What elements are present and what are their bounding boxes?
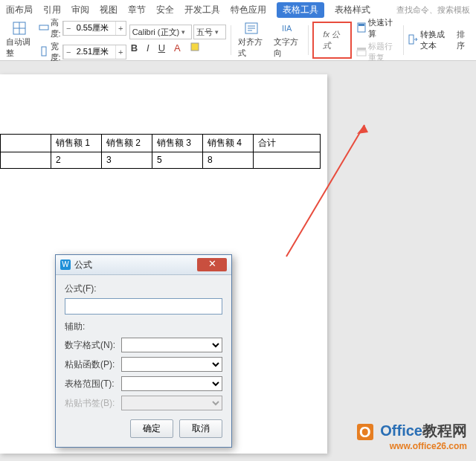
dialog-title: 公式 xyxy=(74,259,197,271)
menu-devtools[interactable]: 开发工具 xyxy=(184,4,220,16)
search-prompt[interactable]: 查找命令、搜索模板 xyxy=(396,4,470,16)
convert-group: 转换成文本 xyxy=(408,29,451,51)
table-cell[interactable]: 3 xyxy=(102,152,152,169)
font-name-combo[interactable]: Calibri (正文) ▾ xyxy=(129,25,192,39)
table-range-select[interactable] xyxy=(121,376,222,391)
chevron-down-icon: ▾ xyxy=(215,28,219,36)
chevron-down-icon: ▾ xyxy=(181,28,185,36)
font-color-button[interactable]: A xyxy=(173,42,182,54)
menu-table-tools[interactable]: 表格工具 xyxy=(277,2,324,18)
table-cell[interactable] xyxy=(254,152,321,169)
app-icon: W xyxy=(60,259,71,270)
align-icon xyxy=(244,22,259,35)
paste-func-label: 粘贴函数(P): xyxy=(65,358,118,371)
font-size-combo[interactable]: 五号 ▾ xyxy=(193,25,226,39)
table-col-icon xyxy=(39,46,49,58)
sort-button[interactable]: 排序 xyxy=(454,28,473,53)
title-repeat-icon xyxy=(356,46,367,58)
highlight-button[interactable] xyxy=(188,41,202,55)
text-direction-button[interactable]: IIA 文字方向 xyxy=(271,20,303,60)
separator xyxy=(308,25,309,55)
svg-text:IIA: IIA xyxy=(282,24,292,33)
size-group: 高度: − + 宽度: − + xyxy=(39,17,126,63)
table-header-cell[interactable]: 合计 xyxy=(254,135,321,152)
table-header-cell[interactable]: 销售额 4 xyxy=(203,135,254,152)
width-increase[interactable]: + xyxy=(115,45,126,59)
cancel-button[interactable]: 取消 xyxy=(179,419,222,438)
table-cell[interactable]: 8 xyxy=(203,152,254,169)
svg-rect-13 xyxy=(357,48,366,50)
document-area: 销售额 1 销售额 2 销售额 3 销售额 4 合计 2 3 5 8 W 公式 … xyxy=(0,61,476,461)
watermark: O Office教程网 www.office26.com xyxy=(357,421,467,451)
align-label: 对齐方式 xyxy=(238,36,265,59)
num-format-select[interactable] xyxy=(121,338,222,352)
menu-review[interactable]: 审阅 xyxy=(71,4,89,16)
bold-button[interactable]: B xyxy=(129,42,139,54)
assist-label: 辅助: xyxy=(65,320,222,333)
menu-reference[interactable]: 引用 xyxy=(43,4,61,16)
width-decrease[interactable]: − xyxy=(63,45,74,59)
convert-text-label: 转换成文本 xyxy=(420,29,451,51)
watermark-url: www.office26.com xyxy=(357,441,467,451)
height-increase[interactable]: + xyxy=(115,22,126,35)
svg-rect-15 xyxy=(409,35,414,44)
quick-calc-label: 快速计算 xyxy=(368,17,399,39)
svg-rect-12 xyxy=(358,24,364,26)
svg-marker-17 xyxy=(357,125,368,134)
num-format-label: 数字格式(N): xyxy=(65,339,118,352)
watermark-brand1: Office xyxy=(380,422,422,439)
table-cell[interactable]: 5 xyxy=(152,152,203,169)
menu-table-style[interactable]: 表格样式 xyxy=(335,4,370,16)
calculator-icon xyxy=(356,22,367,34)
table-row[interactable]: 销售额 1 销售额 2 销售额 3 销售额 4 合计 xyxy=(1,135,321,152)
quick-calc-button[interactable]: 快速计算 xyxy=(356,17,399,39)
text-direction-icon: IIA xyxy=(280,22,295,35)
dialog-body: 公式(F): 辅助: 数字格式(N): 粘贴函数(P): 表格范围(T): 粘贴… xyxy=(56,275,231,447)
title-repeat-button: 标题行重复 xyxy=(356,41,399,63)
formula-dialog: W 公式 ✕ 公式(F): 辅助: 数字格式(N): 粘贴函数(P): 表格范围… xyxy=(55,254,232,448)
paste-func-select[interactable] xyxy=(121,357,222,372)
paste-bookmark-select xyxy=(121,396,222,410)
text-direction-label: 文字方向 xyxy=(274,36,300,59)
width-input-box: − + xyxy=(62,45,126,59)
svg-rect-3 xyxy=(39,25,48,30)
svg-rect-14 xyxy=(357,51,366,56)
auto-adjust-button[interactable]: 自动调整 xyxy=(3,20,36,60)
close-button[interactable]: ✕ xyxy=(197,258,227,271)
watermark-icon: O xyxy=(357,424,373,440)
paste-bookmark-label: 粘贴书签(B): xyxy=(65,397,118,410)
table-header-cell[interactable]: 销售额 1 xyxy=(51,135,102,152)
data-table[interactable]: 销售额 1 销售额 2 销售额 3 销售额 4 合计 2 3 5 8 xyxy=(0,134,321,169)
formula-button-highlight: fx 公式 xyxy=(312,22,351,59)
underline-button[interactable]: U xyxy=(157,42,167,54)
table-cell[interactable]: 2 xyxy=(51,152,102,169)
width-label: 宽度: xyxy=(51,41,61,63)
menu-security[interactable]: 安全 xyxy=(156,4,174,16)
table-header-cell[interactable]: 销售额 2 xyxy=(102,135,152,152)
align-button[interactable]: 对齐方式 xyxy=(235,20,268,60)
height-input[interactable] xyxy=(74,24,115,33)
font-group: Calibri (正文) ▾ 五号 ▾ B I U A xyxy=(129,25,226,55)
title-repeat-label: 标题行重复 xyxy=(368,41,399,63)
table-header-cell[interactable]: 销售额 3 xyxy=(152,135,203,152)
separator xyxy=(403,25,404,55)
convert-text-button[interactable]: 转换成文本 xyxy=(408,29,451,51)
dialog-titlebar[interactable]: W 公式 ✕ xyxy=(56,255,231,275)
italic-button[interactable]: I xyxy=(145,42,151,54)
ok-button[interactable]: 确定 xyxy=(130,419,173,438)
watermark-brand2: 教程网 xyxy=(422,422,467,439)
height-decrease[interactable]: − xyxy=(63,22,74,35)
calc-group: 快速计算 标题行重复 xyxy=(356,17,399,63)
font-size-value: 五号 xyxy=(196,27,213,38)
menu-layout[interactable]: 面布局 xyxy=(6,4,33,16)
table-row[interactable]: 2 3 5 8 xyxy=(1,152,321,169)
menu-section[interactable]: 章节 xyxy=(128,4,146,16)
formula-input[interactable] xyxy=(65,298,222,315)
ribbon-toolbar: 自动调整 高度: − + 宽度: − + Calibri (正文) xyxy=(0,19,476,61)
menu-view[interactable]: 视图 xyxy=(100,4,118,16)
menu-featured[interactable]: 特色应用 xyxy=(231,4,266,16)
width-input[interactable] xyxy=(74,48,115,57)
auto-adjust-icon xyxy=(12,22,27,35)
formula-button[interactable]: fx 公式 xyxy=(317,25,347,56)
svg-rect-4 xyxy=(42,47,46,56)
